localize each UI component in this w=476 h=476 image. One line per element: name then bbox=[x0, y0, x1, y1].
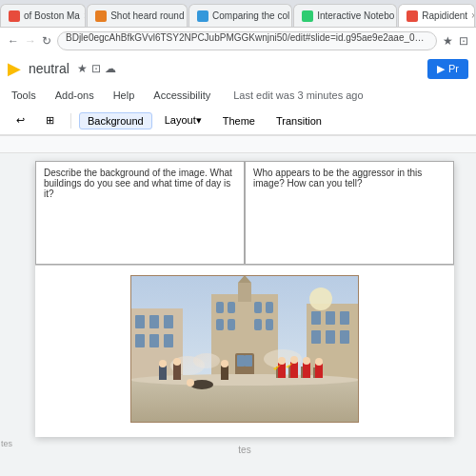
menu-bar: Tools Add-ons Help Accessibility Last ed… bbox=[0, 84, 476, 107]
svg-point-35 bbox=[278, 357, 286, 365]
toolbar-background[interactable]: Background bbox=[79, 112, 152, 129]
tab-3-label: Comparing the col bbox=[212, 10, 289, 21]
svg-point-51 bbox=[187, 379, 194, 387]
menu-accessibility[interactable]: Accessibility bbox=[149, 88, 214, 103]
toolbar-layout[interactable]: Layout▾ bbox=[156, 111, 210, 129]
star-favorite-icon[interactable]: ★ bbox=[77, 62, 88, 75]
svg-point-56 bbox=[309, 288, 332, 310]
svg-rect-11 bbox=[266, 319, 273, 330]
menu-addons[interactable]: Add-ons bbox=[51, 88, 98, 103]
cloud-sync-icon[interactable]: ☁ bbox=[105, 62, 116, 75]
save-to-drive-icon[interactable]: ⊡ bbox=[91, 62, 101, 75]
text-box-left[interactable]: Describe the background of the image. Wh… bbox=[35, 161, 245, 265]
tab-4-favicon bbox=[302, 10, 313, 22]
svg-point-47 bbox=[159, 360, 167, 367]
slide-canvas: Describe the background of the image. Wh… bbox=[13, 153, 476, 467]
svg-rect-18 bbox=[164, 315, 173, 328]
svg-rect-28 bbox=[340, 330, 349, 344]
star-icon[interactable]: ★ bbox=[443, 34, 453, 48]
svg-rect-24 bbox=[326, 311, 335, 325]
tab-1[interactable]: of Boston Ma × bbox=[0, 4, 86, 27]
svg-rect-14 bbox=[245, 355, 252, 367]
svg-rect-8 bbox=[216, 319, 224, 330]
svg-rect-5 bbox=[228, 302, 235, 313]
svg-rect-27 bbox=[326, 330, 335, 344]
svg-rect-34 bbox=[278, 363, 286, 378]
svg-rect-48 bbox=[173, 364, 181, 380]
svg-rect-7 bbox=[266, 302, 273, 313]
image-container bbox=[35, 275, 454, 423]
browser-chrome: of Boston Ma × Shot heard round × Compar… bbox=[0, 0, 476, 53]
tab-3[interactable]: Comparing the col × bbox=[188, 4, 292, 27]
tab-4[interactable]: Interactive Notebo × bbox=[293, 4, 397, 27]
tab-bar: of Boston Ma × Shot heard round × Compar… bbox=[0, 0, 476, 27]
toolbar-undo[interactable]: ↩ bbox=[8, 111, 33, 129]
nav-refresh[interactable]: ↻ bbox=[42, 34, 51, 48]
slides-title-bar: ▶ neutral ★ ⊡ ☁ ▶ Pr bbox=[0, 53, 476, 84]
present-icon: ▶ bbox=[437, 63, 445, 75]
boston-massacre-image[interactable] bbox=[130, 275, 359, 423]
slides-toolbar: ↩ ⊞ Background Layout▾ Theme Transition bbox=[0, 107, 476, 135]
slides-logo-icon: ▶ bbox=[8, 58, 21, 79]
svg-rect-17 bbox=[149, 315, 159, 328]
tab-1-close[interactable]: × bbox=[84, 10, 86, 21]
slide-content[interactable]: Describe the background of the image. Wh… bbox=[35, 161, 454, 437]
ruler: 1 2 3 4 5 6 7 bbox=[0, 136, 476, 153]
svg-rect-19 bbox=[135, 334, 145, 347]
text-box-right[interactable]: Who appears to be the aggressor in this … bbox=[245, 161, 454, 265]
svg-rect-43 bbox=[315, 364, 323, 378]
present-button[interactable]: ▶ Pr bbox=[427, 59, 468, 79]
present-label: Pr bbox=[448, 63, 459, 74]
slides-header: ▶ neutral ★ ⊡ ☁ ▶ Pr Tools Add-ons Help … bbox=[0, 53, 476, 136]
tab-5[interactable]: Rapidident × bbox=[398, 4, 475, 27]
notes-indicator: tes bbox=[1, 439, 12, 448]
tab-2-favicon bbox=[95, 10, 107, 22]
last-edit-text: Last edit was 3 minutes ago bbox=[233, 89, 363, 101]
bookmark-icon[interactable]: ⊡ bbox=[459, 34, 468, 48]
svg-rect-21 bbox=[164, 334, 173, 347]
address-bar: ← → ↻ BDjle0egcAhBfkGVvl6TSY2NPCJubPMGGK… bbox=[0, 27, 476, 53]
nav-forward[interactable]: → bbox=[25, 34, 36, 48]
svg-rect-10 bbox=[254, 319, 262, 330]
svg-point-41 bbox=[303, 357, 310, 365]
toolbar-theme[interactable]: Theme bbox=[214, 112, 264, 129]
slides-title[interactable]: neutral bbox=[29, 61, 69, 76]
svg-point-49 bbox=[173, 358, 181, 366]
tab-2[interactable]: Shot heard round × bbox=[87, 4, 188, 27]
tab-2-label: Shot heard round bbox=[110, 10, 184, 21]
svg-rect-26 bbox=[311, 330, 321, 344]
svg-rect-39 bbox=[288, 366, 290, 378]
svg-rect-46 bbox=[159, 366, 167, 380]
tab-5-close[interactable]: × bbox=[471, 10, 475, 21]
svg-rect-23 bbox=[311, 311, 321, 325]
toolbar-divider bbox=[70, 113, 71, 129]
svg-rect-2 bbox=[238, 283, 251, 302]
svg-rect-20 bbox=[149, 334, 159, 347]
toolbar-transition[interactable]: Transition bbox=[268, 112, 330, 129]
svg-rect-45 bbox=[313, 367, 315, 378]
tab-5-label: Rapidident bbox=[422, 10, 467, 21]
text-boxes-row: Describe the background of the image. Wh… bbox=[35, 161, 454, 266]
left-panel: tes bbox=[0, 153, 13, 467]
toolbar-grid[interactable]: ⊞ bbox=[37, 111, 63, 129]
svg-rect-25 bbox=[340, 311, 349, 325]
text-box-left-content: Describe the background of the image. Wh… bbox=[44, 168, 232, 199]
svg-rect-40 bbox=[303, 363, 310, 378]
slides-title-icons: ★ ⊡ ☁ bbox=[77, 62, 116, 75]
tab-4-label: Interactive Notebo bbox=[317, 10, 394, 21]
svg-point-53 bbox=[221, 360, 228, 367]
tab-1-label: of Boston Ma bbox=[24, 10, 80, 21]
address-text: BDjle0egcAhBfkGVvl6TSY2NPCJubPMGGKwnjni5… bbox=[66, 32, 436, 43]
svg-rect-52 bbox=[221, 366, 228, 380]
nav-back[interactable]: ← bbox=[8, 34, 19, 48]
tab-1-favicon bbox=[9, 10, 20, 22]
address-input[interactable]: BDjle0egcAhBfkGVvl6TSY2NPCJubPMGGKwnjni5… bbox=[57, 31, 437, 50]
menu-tools[interactable]: Tools bbox=[8, 88, 40, 103]
text-box-right-content: Who appears to be the aggressor in this … bbox=[253, 168, 422, 188]
svg-point-38 bbox=[290, 356, 298, 364]
menu-help[interactable]: Help bbox=[109, 88, 139, 103]
svg-rect-4 bbox=[216, 302, 224, 313]
svg-rect-9 bbox=[228, 319, 235, 330]
svg-point-44 bbox=[315, 358, 323, 366]
tab-5-favicon bbox=[407, 10, 418, 22]
